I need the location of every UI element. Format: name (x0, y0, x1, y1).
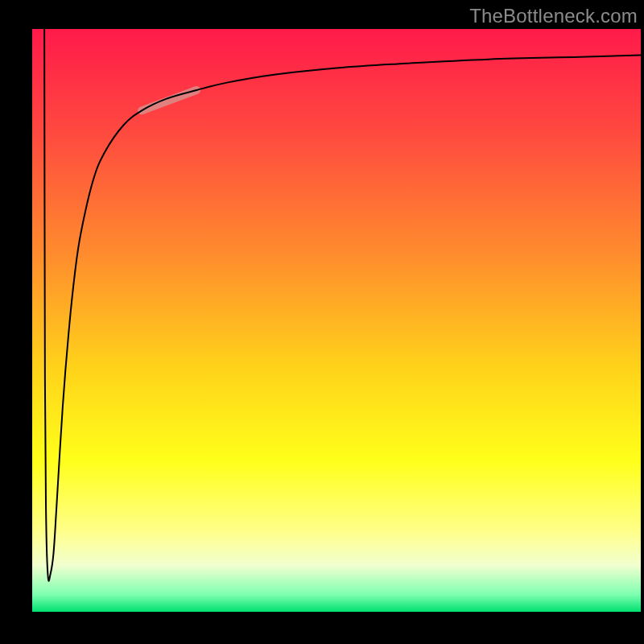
chart-plot-area (32, 29, 641, 612)
chart-curve-layer (32, 29, 641, 612)
watermark-text: TheBottleneck.com (469, 5, 638, 27)
chart-main-curve (44, 29, 641, 581)
chart-highlight-segment (142, 90, 196, 110)
